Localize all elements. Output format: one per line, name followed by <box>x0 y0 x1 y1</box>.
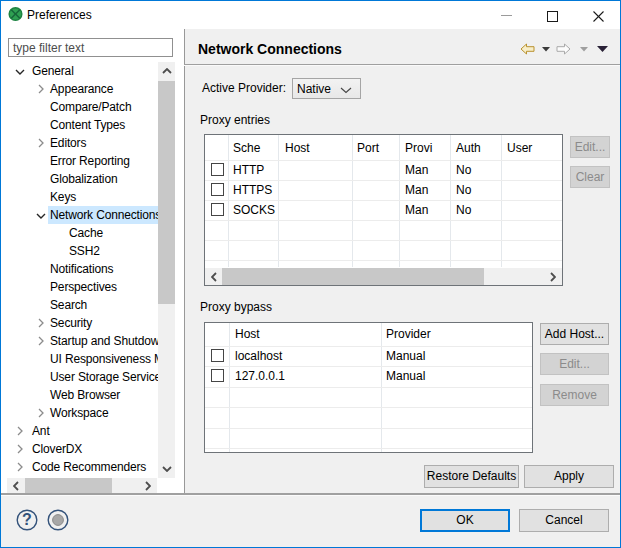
svg-text:?: ? <box>22 511 32 528</box>
